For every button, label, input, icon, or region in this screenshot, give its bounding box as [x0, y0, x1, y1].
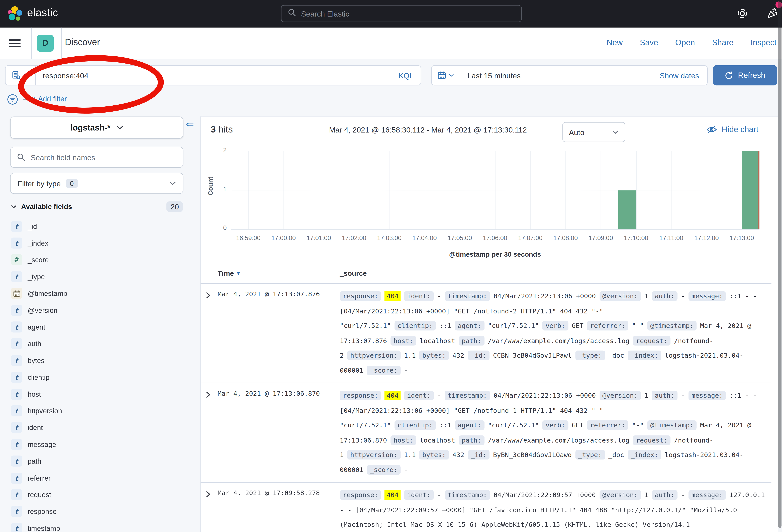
save-button[interactable]: Save [640, 38, 658, 47]
expand-document-button[interactable] [206, 491, 211, 499]
source-value: 1 [644, 392, 648, 399]
source-field-name-badge: @version: [599, 490, 641, 500]
source-field-name-badge: _score: [367, 465, 400, 474]
inspect-button[interactable]: Inspect [750, 38, 776, 47]
filter-by-type-label: Filter by type [17, 179, 61, 188]
field-item-message[interactable]: tmessage [11, 436, 183, 453]
field-item-clientip[interactable]: tclientip [11, 369, 183, 386]
help-icon[interactable] [737, 8, 748, 19]
document-time: Mar 4, 2021 @ 17:13:07.876 [217, 290, 320, 298]
table-row: Mar 4, 2021 @ 17:13:06.870response:404id… [201, 383, 772, 483]
grid-line-horizontal [231, 190, 759, 190]
source-value: CCBN_3cB04dGovJLPawl [493, 351, 572, 359]
source-field-name-badge: clientip: [394, 321, 436, 331]
source-value: GET [572, 322, 583, 330]
source-field-name-badge: verb: [542, 321, 568, 331]
source-value: 04/Mar/2021:22:09:57 +0000 [494, 491, 596, 499]
field-item-ident[interactable]: tident [11, 419, 183, 436]
field-item-referrer[interactable]: treferrer [11, 469, 183, 486]
available-fields-toggle[interactable]: Available fields 20 [11, 200, 183, 213]
text-type-icon: t [11, 221, 22, 232]
source-value: - [681, 392, 685, 399]
field-name: message [28, 440, 56, 448]
x-axis-tick-label: 17:00:00 [271, 234, 296, 241]
field-item-path[interactable]: tpath [11, 453, 183, 469]
field-item-agent[interactable]: tagent [11, 318, 183, 335]
source-value: - [437, 491, 441, 499]
field-search-input[interactable]: Search field names [10, 147, 183, 168]
grid-line-horizontal [231, 151, 759, 151]
x-axis-tick-label: 17:06:00 [483, 234, 507, 241]
x-axis-tick-label: 17:04:00 [412, 234, 437, 241]
text-type-icon: t [11, 405, 22, 416]
global-search-input[interactable]: Search Elastic [281, 5, 522, 22]
search-icon [288, 8, 296, 18]
field-item-timestamp[interactable]: ttimestamp [11, 520, 183, 532]
source-value: 04/Mar/2021:22:13:06 +0000 [494, 392, 596, 399]
source-field-name-badge: message: [688, 291, 726, 301]
filter-menu-icon[interactable] [7, 93, 19, 108]
query-input[interactable]: response:404 [43, 71, 88, 80]
field-name: @timestamp [28, 289, 67, 297]
refresh-button[interactable]: Refresh [713, 65, 777, 85]
source-field-name-badge: clientip: [394, 420, 436, 430]
field-item-bytes[interactable]: tbytes [11, 352, 183, 369]
x-axis-tick-label: 17:05:00 [448, 234, 472, 241]
expand-document-button[interactable] [206, 292, 211, 300]
x-axis-tick-label: 17:11:00 [659, 234, 683, 241]
add-filter-button[interactable]: + Add filter [32, 95, 67, 103]
field-item-request[interactable]: trequest [11, 486, 183, 503]
show-dates-button[interactable]: Show dates [660, 71, 699, 80]
new-button[interactable]: New [607, 38, 623, 47]
newsfeed-icon[interactable] [766, 7, 778, 20]
discover-app-badge[interactable]: D [37, 35, 54, 52]
source-field-name-badge: path: [459, 336, 484, 345]
column-header-source[interactable]: _source [340, 269, 367, 277]
saved-query-menu-button[interactable] [6, 66, 36, 85]
field-item-_id[interactable]: t_id [11, 218, 183, 235]
field-item-_index[interactable]: t_index [11, 235, 183, 252]
column-header-time[interactable]: Time▼ [217, 269, 241, 277]
nav-divider [62, 28, 62, 59]
query-language-button[interactable]: KQL [399, 71, 414, 80]
text-type-icon: t [11, 422, 22, 433]
histogram-bar[interactable] [618, 190, 636, 229]
highlighted-value: 404 [385, 391, 400, 400]
nav-divider [31, 28, 32, 59]
field-search-placeholder: Search field names [31, 153, 95, 162]
field-item-@timestamp[interactable]: @timestamp [11, 285, 183, 302]
source-value: "curl/7.52.1" [488, 421, 539, 429]
collapse-sidebar-icon[interactable]: ⇐ [186, 119, 194, 130]
source-field-name-badge: _id: [468, 450, 490, 459]
filter-by-type-select[interactable]: Filter by type 0 [10, 173, 183, 194]
interval-value: Auto [569, 128, 584, 136]
interval-select[interactable]: Auto [563, 122, 625, 142]
field-item-auth[interactable]: tauth [11, 335, 183, 352]
source-field-name-badge: @timestamp: [647, 321, 697, 331]
field-item-httpversion[interactable]: thttpversion [11, 403, 183, 419]
menu-hamburger-icon[interactable] [9, 39, 21, 47]
scrollbar[interactable] [778, 2, 782, 528]
field-name: ident [28, 424, 43, 431]
hide-chart-button[interactable]: Hide chart [706, 125, 758, 134]
source-value: 432 [453, 351, 464, 359]
expand-document-button[interactable] [206, 391, 211, 400]
field-item-@version[interactable]: t@version [11, 302, 183, 318]
field-item-response[interactable]: tresponse [11, 503, 183, 520]
text-type-icon: t [11, 338, 22, 349]
document-time: Mar 4, 2021 @ 17:13:06.870 [217, 390, 320, 397]
calendar-icon [437, 71, 446, 80]
index-pattern-select[interactable]: logstash-* [10, 117, 183, 139]
date-quick-select-button[interactable] [432, 66, 459, 85]
field-item-_score[interactable]: #_score [11, 252, 183, 268]
field-item-_type[interactable]: t_type [11, 268, 183, 285]
histogram-bar[interactable] [742, 151, 759, 229]
open-button[interactable]: Open [675, 38, 695, 47]
share-button[interactable]: Share [712, 38, 734, 47]
available-fields-label: Available fields [21, 202, 72, 211]
field-item-host[interactable]: thost [11, 386, 183, 403]
elastic-logo[interactable] [7, 6, 23, 22]
search-icon [17, 153, 25, 161]
time-range-value[interactable]: Last 15 minutes [467, 71, 521, 80]
y-axis-tick-label: 0 [214, 225, 227, 231]
